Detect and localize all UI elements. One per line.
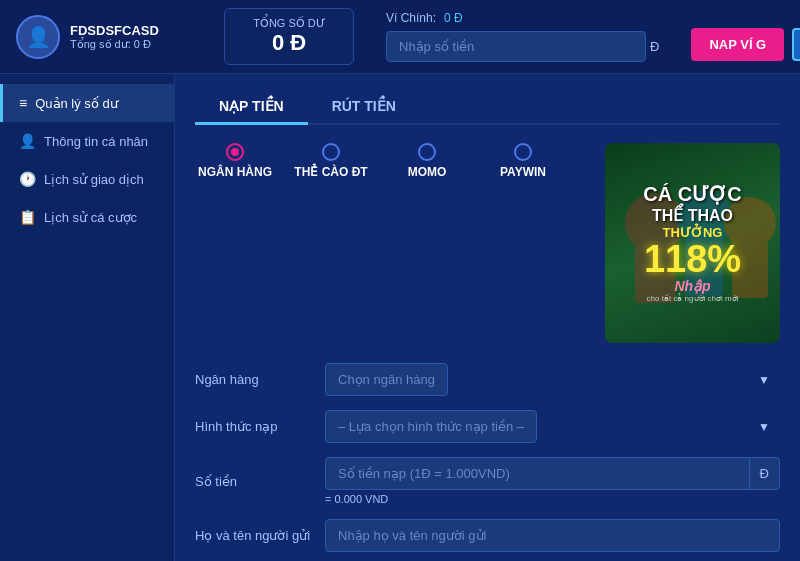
- username: FDSDSFCASD: [70, 23, 159, 38]
- ngan-hang-select-wrapper: Chọn ngân hàng ▼: [325, 363, 780, 396]
- header-center: Ví Chính: 0 Đ Đ: [370, 11, 675, 62]
- sidebar-item-quan-ly[interactable]: ≡ Quản lý số dư: [0, 84, 174, 122]
- sidebar-label-lich-su-gd: Lịch sử giao dịch: [44, 172, 144, 187]
- form-section: Ngân hàng Chọn ngân hàng ▼ Hình thức nạp…: [195, 363, 780, 561]
- so-tien-row: Số tiền Đ = 0.000 VND: [195, 457, 780, 505]
- sidebar-item-thong-tin[interactable]: 👤 Thông tin cá nhân: [0, 122, 174, 160]
- list-icon: 📋: [19, 209, 36, 225]
- sidebar-item-lich-su-ca-cuoc[interactable]: 📋 Lịch sử cá cược: [0, 198, 174, 236]
- total-balance-box: TỔNG SỐ DƯ 0 Đ: [224, 8, 354, 65]
- so-tien-unit: Đ: [749, 458, 779, 489]
- banner-line2: THỂ THAO: [643, 206, 741, 225]
- hinh-thuc-select-wrapper: – Lựa chọn hình thức nạp tiền – ▼: [325, 410, 780, 443]
- header-buttons: Ví G: NAP VÍ G RÚT VÍ G: [691, 12, 800, 61]
- vnd-value: = 0.000 VND: [325, 493, 780, 505]
- payment-label-paywin: PAYWIN: [500, 165, 546, 179]
- hinh-thuc-label: Hình thức nạp: [195, 419, 315, 434]
- vi-g-label: Ví G:: [691, 12, 800, 24]
- tabs: NẠP TIỀN RÚT TIỀN: [195, 90, 780, 125]
- radio-the-cao[interactable]: [322, 143, 340, 161]
- vi-chinh-value: 0 Đ: [444, 11, 463, 25]
- payment-option-momo[interactable]: MOMO: [387, 143, 467, 179]
- nap-vi-g-button[interactable]: NAP VÍ G: [691, 28, 784, 61]
- banner-line6: cho tất cả người chơi mới: [643, 294, 741, 304]
- money-input[interactable]: [386, 31, 646, 62]
- avatar: 👤: [16, 15, 60, 59]
- chevron-down-icon-2: ▼: [758, 420, 770, 434]
- radio-paywin[interactable]: [514, 143, 532, 161]
- banner-percent: 118%: [643, 240, 741, 278]
- payment-methods: NGÂN HÀNG THẺ CÀO ĐT MOMO PAYWIN: [195, 143, 780, 343]
- so-tien-input-row: Đ: [325, 457, 780, 490]
- radio-momo[interactable]: [418, 143, 436, 161]
- payment-label-momo: MOMO: [408, 165, 447, 179]
- clock-icon: 🕐: [19, 171, 36, 187]
- user-section: 👤 FDSDSFCASD Tổng số dư: 0 Đ: [16, 15, 176, 59]
- tab-rut-tien[interactable]: RÚT TIỀN: [308, 90, 420, 125]
- tab-nap-tien[interactable]: NẠP TIỀN: [195, 90, 308, 125]
- payment-label-the-cao: THẺ CÀO ĐT: [294, 165, 367, 179]
- sidebar-item-lich-su-gd[interactable]: 🕐 Lịch sử giao dịch: [0, 160, 174, 198]
- chevron-down-icon: ▼: [758, 373, 770, 387]
- so-tien-label: Số tiền: [195, 474, 315, 489]
- payment-option-paywin[interactable]: PAYWIN: [483, 143, 563, 179]
- hinh-thuc-select[interactable]: – Lựa chọn hình thức nạp tiền –: [325, 410, 537, 443]
- form-left: Ngân hàng Chọn ngân hàng ▼ Hình thức nạp…: [195, 363, 780, 561]
- money-input-row: Đ: [386, 31, 659, 62]
- content: NẠP TIỀN RÚT TIỀN NGÂN HÀNG THẺ CÀO ĐT M…: [175, 74, 800, 561]
- sidebar-label-lich-su-cc: Lịch sử cá cược: [44, 210, 137, 225]
- total-balance-label: TỔNG SỐ DƯ: [253, 17, 325, 30]
- vi-g-top: Ví G: NAP VÍ G RÚT VÍ G: [691, 12, 800, 61]
- so-tien-input[interactable]: [326, 458, 749, 489]
- vi-chinh-row: Ví Chính: 0 Đ: [386, 11, 659, 25]
- hinh-thuc-row: Hình thức nạp – Lựa chọn hình thức nạp t…: [195, 410, 780, 443]
- banner-line5: Nhập: [643, 278, 741, 294]
- user-balance: Tổng số dư: 0 Đ: [70, 38, 159, 51]
- sidebar-label-thong-tin: Thông tin cá nhân: [44, 134, 148, 149]
- vi-chinh-label: Ví Chính:: [386, 11, 436, 25]
- sidebar-label-quan-ly: Quản lý số dư: [35, 96, 118, 111]
- total-balance-value: 0 Đ: [272, 30, 306, 56]
- header: 👤 FDSDSFCASD Tổng số dư: 0 Đ TỔNG SỐ DƯ …: [0, 0, 800, 74]
- ngan-hang-select[interactable]: Chọn ngân hàng: [325, 363, 448, 396]
- user-info: FDSDSFCASD Tổng số dư: 0 Đ: [70, 23, 159, 51]
- menu-icon: ≡: [19, 95, 27, 111]
- rut-vi-g-button[interactable]: RÚT VÍ G: [792, 28, 800, 61]
- banner-line1: CÁ CƯỢC: [643, 182, 741, 206]
- currency-label: Đ: [650, 39, 659, 54]
- sidebar: ≡ Quản lý số dư 👤 Thông tin cá nhân 🕐 Lị…: [0, 74, 175, 561]
- promo-banner: CÁ CƯỢC THỂ THAO THƯỞNG 118% Nhập cho tấ…: [605, 143, 780, 343]
- payment-option-ngan-hang[interactable]: NGÂN HÀNG: [195, 143, 275, 179]
- ngan-hang-row: Ngân hàng Chọn ngân hàng ▼: [195, 363, 780, 396]
- ho-ten-row: Họ và tên người gửi: [195, 519, 780, 552]
- ho-ten-label: Họ và tên người gửi: [195, 528, 315, 543]
- ngan-hang-label: Ngân hàng: [195, 372, 315, 387]
- main: ≡ Quản lý số dư 👤 Thông tin cá nhân 🕐 Lị…: [0, 74, 800, 561]
- so-tien-wrapper: Đ = 0.000 VND: [325, 457, 780, 505]
- person-icon: 👤: [19, 133, 36, 149]
- radio-ngan-hang[interactable]: [226, 143, 244, 161]
- payment-option-the-cao[interactable]: THẺ CÀO ĐT: [291, 143, 371, 179]
- payment-label-ngan-hang: NGÂN HÀNG: [198, 165, 272, 179]
- ho-ten-input[interactable]: [325, 519, 780, 552]
